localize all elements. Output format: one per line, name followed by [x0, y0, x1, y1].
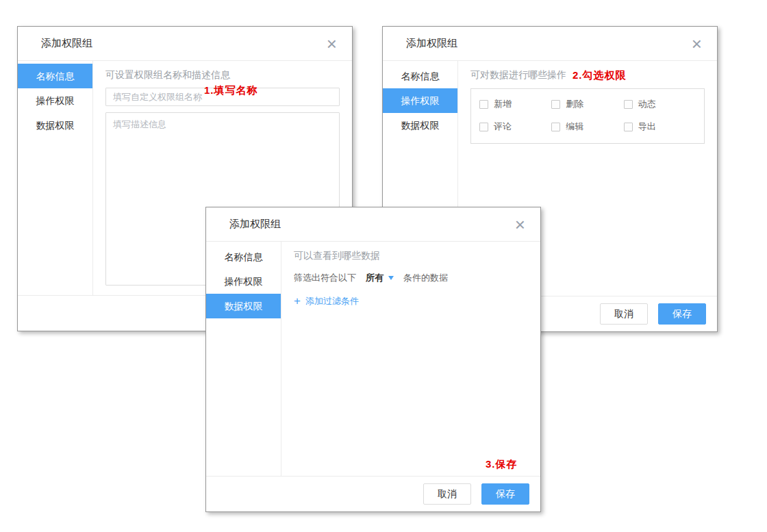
tab-name-info[interactable]: 名称信息 [18, 64, 92, 88]
checkbox-item-activity[interactable]: 动态 [624, 98, 696, 110]
checkbox-icon[interactable] [551, 123, 560, 131]
tab-data-permission[interactable]: 数据权限 [18, 113, 92, 138]
checkbox-item-export[interactable]: 导出 [624, 121, 696, 133]
group-name-input[interactable] [105, 88, 340, 106]
panel-hint: 可对数据进行哪些操作 [470, 68, 705, 81]
panel-hint: 可以查看到哪些数据 [294, 249, 528, 262]
tab-data-permission[interactable]: 数据权限 [383, 113, 457, 138]
save-button[interactable]: 保存 [658, 303, 706, 325]
close-icon[interactable]: × [692, 37, 702, 51]
tab-name-info[interactable]: 名称信息 [206, 244, 281, 269]
add-filter-link[interactable]: + 添加过滤条件 [294, 295, 528, 307]
permission-checkbox-group: 新增 删除 动态 评论 [470, 88, 705, 144]
save-button[interactable]: 保存 [481, 483, 529, 505]
chevron-down-icon [388, 276, 394, 280]
close-icon[interactable]: × [327, 37, 337, 51]
close-icon[interactable]: × [515, 218, 525, 231]
tab-list: 名称信息 操作权限 数据权限 [206, 242, 281, 476]
filter-prefix-label: 筛选出符合以下 [294, 272, 356, 284]
filter-condition-row: 筛选出符合以下 所有 条件的数据 [294, 272, 528, 284]
checkbox-icon[interactable] [551, 100, 560, 109]
tab-panel-data: 可以查看到哪些数据 筛选出符合以下 所有 条件的数据 + 添加过滤条件 [281, 242, 540, 476]
checkbox-item-comment[interactable]: 评论 [479, 121, 551, 133]
dialog-footer: 取消 保存 [206, 476, 540, 511]
tab-data-permission[interactable]: 数据权限 [206, 294, 281, 318]
checkbox-label: 导出 [638, 121, 656, 133]
cancel-button[interactable]: 取消 [423, 483, 471, 505]
checkbox-icon[interactable] [479, 123, 488, 131]
checkbox-icon[interactable] [479, 100, 488, 109]
dialog-header: 添加权限组 × [206, 207, 540, 242]
checkbox-item-edit[interactable]: 编辑 [551, 121, 623, 133]
filter-match-select[interactable]: 所有 [366, 272, 394, 284]
page-canvas: 添加权限组 × 名称信息 操作权限 数据权限 可设置权限组名称和描述信息 1.填… [0, 0, 767, 532]
add-filter-label: 添加过滤条件 [305, 295, 359, 307]
plus-icon: + [294, 296, 301, 306]
checkbox-item-add[interactable]: 新增 [479, 98, 551, 110]
dialog-data-permission: 添加权限组 × 名称信息 操作权限 数据权限 可以查看到哪些数据 筛选出符合以下… [205, 207, 541, 512]
checkbox-icon[interactable] [624, 100, 633, 109]
panel-hint: 可设置权限组名称和描述信息 [105, 68, 340, 81]
cancel-button[interactable]: 取消 [600, 303, 648, 325]
checkbox-label: 动态 [638, 98, 656, 110]
tab-name-info[interactable]: 名称信息 [383, 64, 457, 88]
tab-list: 名称信息 操作权限 数据权限 [18, 61, 93, 295]
checkbox-label: 编辑 [566, 121, 583, 133]
checkbox-item-delete[interactable]: 删除 [551, 98, 623, 110]
dialog-title: 添加权限组 [406, 37, 457, 50]
checkbox-label: 删除 [566, 98, 583, 110]
filter-suffix-label: 条件的数据 [403, 272, 448, 284]
dialog-body: 名称信息 操作权限 数据权限 可以查看到哪些数据 筛选出符合以下 所有 条件的数… [206, 242, 540, 476]
dialog-header: 添加权限组 × [18, 27, 352, 61]
dialog-title: 添加权限组 [41, 37, 92, 50]
tab-operation-permission[interactable]: 操作权限 [206, 269, 281, 294]
checkbox-label: 评论 [494, 121, 512, 133]
tab-operation-permission[interactable]: 操作权限 [383, 88, 457, 113]
dialog-header: 添加权限组 × [383, 27, 717, 61]
filter-select-value: 所有 [366, 272, 384, 284]
checkbox-icon[interactable] [624, 123, 633, 131]
dialog-title: 添加权限组 [229, 218, 281, 231]
tab-operation-permission[interactable]: 操作权限 [18, 88, 92, 113]
checkbox-label: 新增 [494, 98, 512, 110]
